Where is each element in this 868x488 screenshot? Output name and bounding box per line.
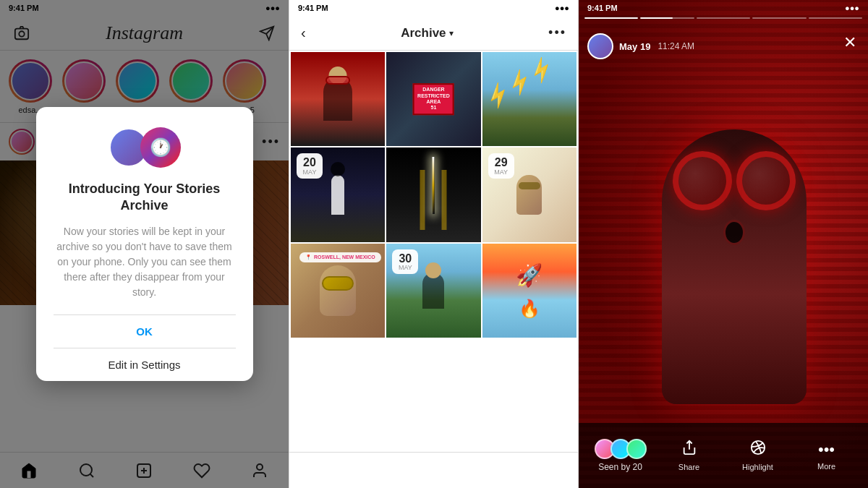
story-more-button[interactable]: ••• More bbox=[792, 440, 861, 471]
progress-bar-2 bbox=[640, 17, 694, 19]
mouth bbox=[723, 220, 745, 245]
roswell-badge: 📍 ROSWELL, NEW MEXICO bbox=[299, 252, 381, 262]
share-icon bbox=[681, 440, 697, 460]
dialog-settings-button[interactable]: Edit in Settings bbox=[54, 348, 236, 381]
story-user-avatar bbox=[587, 33, 613, 59]
grid-date-badge-6: 29 May bbox=[488, 153, 514, 179]
share-label: Share bbox=[678, 463, 699, 471]
screen2-more-button[interactable]: ••• bbox=[548, 25, 566, 40]
more-icon: ••• bbox=[818, 440, 835, 459]
screen3-status-icons: ●●● bbox=[845, 4, 859, 12]
dialog-body: Now your stories will be kept in your ar… bbox=[54, 224, 236, 300]
seen-count-label: Seen by 20 bbox=[598, 462, 642, 472]
story-seen-section[interactable]: Seen by 20 bbox=[586, 439, 655, 472]
grid-item-3[interactable]: ⚡⚡⚡ bbox=[482, 52, 576, 146]
person-body bbox=[662, 129, 807, 404]
screen2-bottom bbox=[289, 452, 578, 488]
screen2-status-time: 9:41 PM bbox=[298, 4, 328, 12]
danger-sign: DANGERRESTRICTEDAREA51 bbox=[413, 83, 454, 115]
dialog-overlay: 🕐 Introducing Your Stories Archive Now y… bbox=[0, 0, 289, 488]
dialog-title: Introducing Your Stories Archive bbox=[54, 181, 236, 215]
grid-item-6[interactable]: 29 May bbox=[482, 147, 576, 241]
grid-item-9[interactable]: 🚀 🔥 bbox=[482, 244, 576, 338]
screen-archive: 9:41 PM ●●● ‹ Archive ▾ ••• DANGERRE bbox=[289, 0, 579, 488]
screen-instagram-home: 9:41 PM ●●● Instagram edsa... user2 bbox=[0, 0, 289, 488]
dialog-icons: 🕐 bbox=[54, 127, 236, 168]
grid-date-badge-8: 30 May bbox=[392, 249, 418, 275]
screen2-back-button[interactable]: ‹ bbox=[301, 25, 306, 41]
story-progress-bars bbox=[584, 17, 862, 19]
seen-avatar-3 bbox=[626, 439, 647, 459]
story-person-figure bbox=[626, 51, 843, 423]
highlight-label: Highlight bbox=[742, 463, 773, 471]
story-seen-avatars bbox=[595, 439, 647, 459]
grid-item-7[interactable]: 📍 ROSWELL, NEW MEXICO bbox=[291, 244, 385, 338]
story-header: May 19 11:24 AM ✕ bbox=[579, 20, 868, 62]
more-label: More bbox=[817, 462, 835, 471]
progress-bar-5 bbox=[809, 17, 862, 19]
progress-bar-1 bbox=[584, 17, 638, 19]
grid-item-5[interactable] bbox=[386, 147, 480, 241]
grid-date-badge-4: 20 May bbox=[297, 153, 323, 179]
story-user-info: May 19 11:24 AM bbox=[587, 33, 694, 59]
archive-grid: DANGERRESTRICTEDAREA51 ⚡⚡⚡ 20 May bbox=[289, 51, 578, 339]
progress-bar-3 bbox=[697, 17, 750, 19]
screen2-header: ‹ Archive ▾ ••• bbox=[289, 16, 578, 51]
grid-item-4[interactable]: 20 May bbox=[291, 147, 385, 241]
rocket-icon: 🚀 bbox=[516, 262, 542, 288]
grid-item-2[interactable]: DANGERRESTRICTEDAREA51 bbox=[386, 52, 480, 146]
archive-chevron-icon: ▾ bbox=[449, 28, 454, 38]
story-close-button[interactable]: ✕ bbox=[841, 30, 859, 55]
screen3-status-bar: 9:41 PM ●●● bbox=[579, 0, 868, 16]
highlight-icon bbox=[750, 440, 766, 460]
screen2-title-area[interactable]: Archive ▾ bbox=[401, 26, 453, 40]
story-time: 11:24 AM bbox=[658, 41, 694, 51]
screen3-time: 9:41 PM bbox=[587, 4, 618, 12]
big-glasses bbox=[673, 151, 796, 210]
screen2-status-bar: 9:41 PM ●●● bbox=[289, 0, 578, 16]
screen2-title: Archive bbox=[401, 26, 446, 40]
story-content bbox=[579, 51, 868, 423]
story-date-time: May 19 11:24 AM bbox=[619, 41, 694, 52]
story-highlight-button[interactable]: Highlight bbox=[723, 440, 792, 471]
story-share-button[interactable]: Share bbox=[655, 440, 723, 471]
progress-bar-4 bbox=[752, 17, 806, 19]
dialog-archive-icon: 🕐 bbox=[140, 127, 181, 168]
stories-archive-dialog: 🕐 Introducing Your Stories Archive Now y… bbox=[36, 107, 253, 382]
story-date: May 19 bbox=[619, 41, 650, 52]
fire-icon: 🔥 bbox=[519, 299, 540, 319]
screen-story-viewer: 9:41 PM ●●● May 19 11:24 AM ✕ bbox=[579, 0, 868, 488]
story-bottom-controls: Seen by 20 Share Highlight ••• bbox=[579, 423, 868, 488]
grid-item-8[interactable]: 30 May bbox=[386, 244, 480, 338]
grid-item-1[interactable] bbox=[291, 52, 385, 146]
dialog-ok-button[interactable]: OK bbox=[54, 315, 236, 348]
screen2-status-icons: ●●● bbox=[555, 4, 569, 12]
